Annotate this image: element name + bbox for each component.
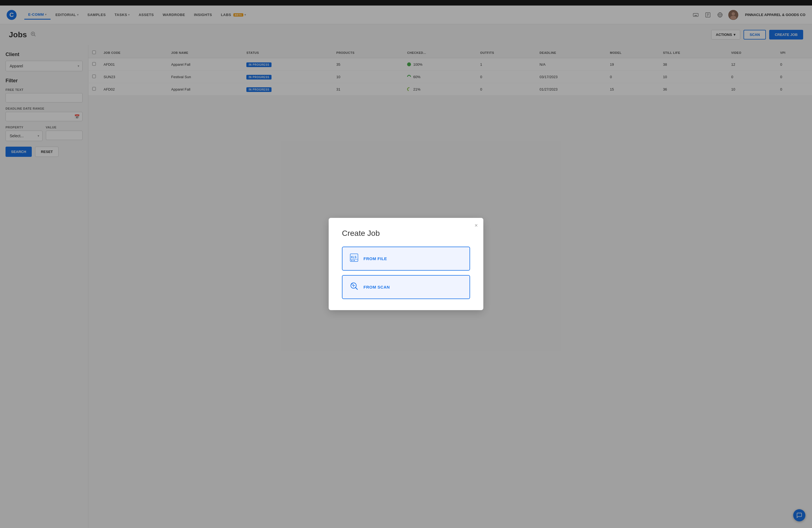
from-file-label: FROM FILE: [363, 256, 387, 261]
xls-icon: XLS: [349, 253, 359, 265]
svg-text:XLS: XLS: [351, 256, 357, 259]
svg-point-29: [353, 260, 354, 261]
svg-point-34: [351, 283, 352, 284]
create-job-modal: × Create Job XLS FROM FILE: [329, 218, 483, 310]
scan-search-icon: [349, 281, 359, 293]
svg-line-31: [356, 288, 358, 289]
modal-overlay[interactable]: × Create Job XLS FROM FILE: [0, 0, 812, 528]
from-scan-button[interactable]: FROM SCAN: [342, 275, 470, 299]
modal-title: Create Job: [342, 229, 470, 238]
svg-point-28: [351, 260, 352, 261]
from-scan-label: FROM SCAN: [363, 285, 390, 289]
from-file-button[interactable]: XLS FROM FILE: [342, 247, 470, 270]
modal-close-button[interactable]: ×: [475, 222, 478, 229]
